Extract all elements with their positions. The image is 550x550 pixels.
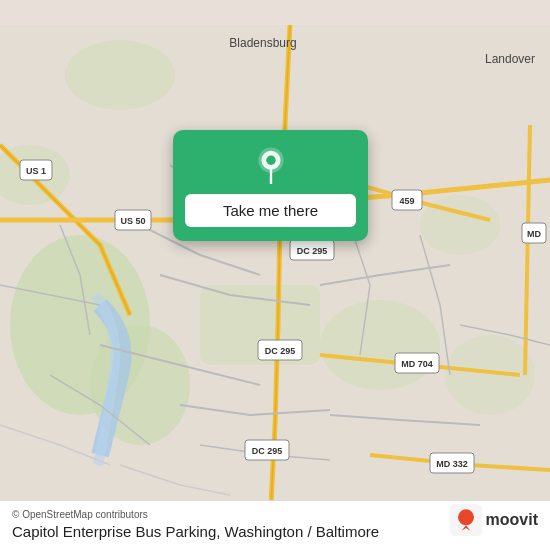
moovit-brand-text: moovit [486, 511, 538, 529]
svg-text:US 50: US 50 [120, 216, 145, 226]
svg-point-8 [445, 335, 535, 415]
svg-text:DC 295: DC 295 [265, 346, 296, 356]
bottom-bar: © OpenStreetMap contributors Capitol Ent… [0, 500, 550, 550]
svg-text:US 1: US 1 [26, 166, 46, 176]
svg-point-4 [320, 300, 440, 390]
svg-text:Bladensburg: Bladensburg [229, 36, 296, 50]
map-container: US 1 US 50 US 50 DC 295 DC 295 DC 295 MD… [0, 0, 550, 550]
svg-text:MD: MD [527, 229, 541, 239]
map-background: US 1 US 50 US 50 DC 295 DC 295 DC 295 MD… [0, 0, 550, 550]
svg-point-35 [458, 509, 474, 525]
svg-text:DC 295: DC 295 [252, 446, 283, 456]
location-pin-icon [252, 146, 290, 184]
location-card: Take me there [173, 130, 368, 241]
take-me-there-button[interactable]: Take me there [185, 194, 356, 227]
svg-text:MD 332: MD 332 [436, 459, 468, 469]
svg-point-7 [65, 40, 175, 110]
svg-text:DC 295: DC 295 [297, 246, 328, 256]
svg-text:MD 704: MD 704 [401, 359, 433, 369]
svg-point-33 [266, 156, 276, 166]
moovit-icon [450, 504, 482, 536]
svg-text:459: 459 [399, 196, 414, 206]
svg-text:Landover: Landover [485, 52, 535, 66]
moovit-logo: moovit [450, 504, 538, 536]
